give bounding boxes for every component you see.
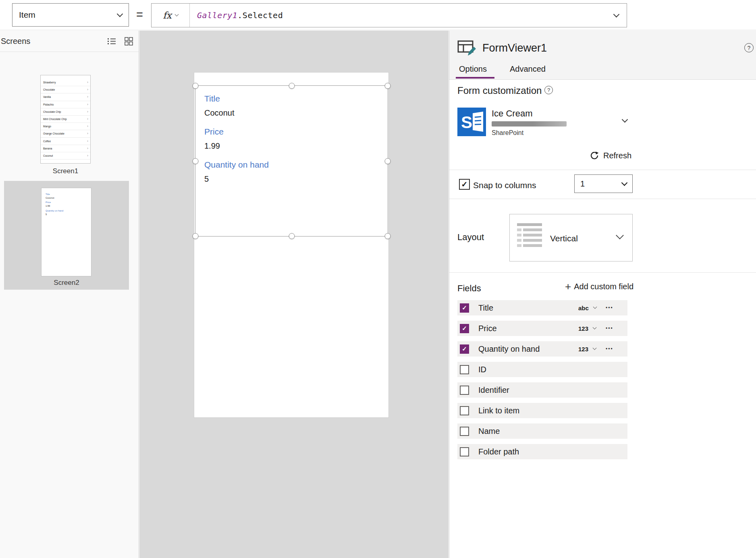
resize-handle[interactable] (385, 233, 391, 239)
fields-heading: Fields (457, 283, 481, 294)
chevron-right-icon: › (87, 132, 88, 135)
plus-icon: + (565, 281, 571, 292)
formula-bar[interactable]: fx Gallery1.Selected (151, 3, 627, 27)
chevron-down-icon (593, 325, 597, 329)
screen1-label[interactable]: Screen1 (0, 167, 131, 175)
screen2-selected-container[interactable]: Title Coconut Price 1.99 Quantity on han… (4, 181, 129, 290)
property-selector[interactable]: Item (12, 3, 129, 27)
divider (449, 272, 756, 273)
formviewer-icon (457, 38, 476, 58)
field-name: Price (478, 324, 497, 333)
screen1-thumbnail[interactable]: Strawberry› Chocolate› Vanilla› Pistachi… (40, 75, 91, 164)
form-field-label: Title (204, 94, 269, 104)
gallery-item: Coconut› (41, 152, 90, 160)
field-checkbox[interactable] (460, 447, 469, 456)
resize-handle[interactable] (193, 158, 199, 164)
chevron-right-icon: › (87, 95, 88, 99)
chevron-down-icon (593, 346, 597, 350)
resize-handle[interactable] (289, 83, 295, 89)
formula-expand-icon[interactable] (613, 11, 620, 17)
form-field-value: 1.99 (204, 141, 269, 151)
refresh-button[interactable]: Refresh (590, 151, 631, 160)
refresh-icon (590, 151, 599, 160)
field-checkbox[interactable] (460, 365, 469, 374)
help-icon[interactable]: ? (744, 43, 754, 52)
form-field-label: Price (204, 127, 269, 137)
screen2-label[interactable]: Screen2 (4, 279, 129, 287)
snap-to-columns-label: Snap to columns (473, 180, 536, 190)
columns-value: 1 (580, 179, 585, 189)
chevron-down-icon[interactable] (622, 116, 628, 123)
gallery-item: Pistachio› (41, 101, 90, 108)
field-type-dropdown[interactable]: 123 (578, 325, 596, 332)
gallery-item: Vanilla› (41, 93, 90, 101)
grid-view-icon[interactable] (125, 37, 133, 47)
field-checkbox[interactable] (460, 427, 469, 436)
field-checkbox[interactable] (460, 386, 469, 395)
field-menu-icon[interactable]: ••• (606, 326, 613, 331)
help-icon[interactable]: ? (544, 86, 553, 94)
divider (449, 199, 756, 199)
field-name: Link to item (478, 406, 519, 415)
tab-options[interactable]: Options (459, 64, 487, 74)
svg-text:S: S (461, 113, 472, 132)
screen2-thumbnail[interactable]: Title Coconut Price 1.99 Quantity on han… (41, 188, 91, 276)
property-selector-value: Item (19, 10, 35, 20)
fx-selector[interactable]: fx (152, 4, 190, 27)
field-row-title[interactable]: ✓ Title abc ••• (457, 300, 627, 315)
resize-handle[interactable] (193, 83, 199, 89)
field-row-folder-path[interactable]: Folder path (457, 444, 627, 459)
field-checkbox[interactable]: ✓ (460, 324, 469, 333)
chevron-right-icon: › (87, 81, 88, 84)
chevron-down-icon (117, 10, 123, 17)
chevron-right-icon: › (87, 103, 88, 106)
resize-handle[interactable] (193, 233, 199, 239)
vertical-layout-icon (517, 223, 542, 253)
field-row-price[interactable]: ✓ Price 123 ••• (457, 321, 627, 336)
list-view-icon[interactable] (107, 37, 116, 47)
formula-input[interactable]: Gallery1.Selected (197, 10, 283, 20)
fields-list: ✓ Title abc ••• ✓ Price 123 ••• ✓ Quanti… (457, 300, 627, 465)
field-type-dropdown[interactable]: abc (578, 305, 596, 311)
form-customization-heading: Form customization (457, 85, 542, 96)
formula-object: Gallery1 (197, 10, 237, 20)
field-name: Identifier (478, 386, 509, 395)
field-type-dropdown[interactable]: 123 (578, 346, 596, 353)
add-custom-field-button[interactable]: + Add custom field (565, 281, 633, 292)
divider (449, 170, 756, 170)
form-field-value: Coconut (204, 108, 269, 118)
layout-dropdown[interactable]: Vertical (509, 214, 633, 261)
chevron-down-icon (593, 305, 597, 309)
snap-to-columns-checkbox[interactable]: ✓ (459, 179, 470, 190)
screens-panel-title: Screens (1, 37, 30, 46)
field-row-link-to-item[interactable]: Link to item (457, 403, 627, 418)
chevron-right-icon: › (87, 139, 88, 143)
field-checkbox[interactable]: ✓ (460, 303, 469, 313)
gallery-item: Banana› (41, 145, 90, 152)
field-row-name[interactable]: Name (457, 423, 627, 439)
field-name: Folder path (478, 447, 519, 456)
columns-dropdown[interactable]: 1 (574, 174, 633, 193)
formviewer-selection[interactable]: Title Coconut Price 1.99 Quantity on han… (195, 85, 388, 236)
tab-advanced[interactable]: Advanced (510, 64, 546, 74)
field-menu-icon[interactable]: ••• (606, 346, 613, 352)
field-checkbox[interactable]: ✓ (460, 344, 469, 354)
resize-handle[interactable] (385, 158, 391, 164)
field-row-quantity[interactable]: ✓ Quantity on hand 123 ••• (457, 341, 627, 357)
field-menu-icon[interactable]: ••• (606, 305, 613, 311)
chevron-right-icon: › (87, 117, 88, 121)
field-row-id[interactable]: ID (457, 362, 627, 377)
screens-panel: Screens Strawberry› (0, 31, 139, 558)
form-field-label: Quantity on hand (204, 160, 269, 170)
chevron-right-icon: › (87, 110, 88, 114)
resize-handle[interactable] (385, 83, 391, 89)
resize-handle[interactable] (289, 233, 295, 239)
fx-icon: fx (163, 10, 171, 21)
gallery-item: Orange Chocolate› (41, 130, 90, 137)
chevron-right-icon: › (87, 124, 88, 128)
form-field-value: 5 (204, 174, 269, 184)
properties-panel-header: FormViewer1 ? Options Advanced (449, 31, 756, 80)
field-row-identifier[interactable]: Identifier (457, 382, 627, 398)
field-checkbox[interactable] (460, 406, 469, 415)
equals-sign: = (136, 8, 143, 21)
